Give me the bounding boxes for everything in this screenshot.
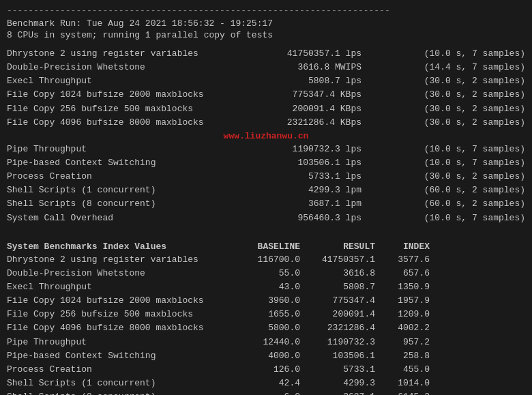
index-row-baseline: 12440.0 <box>225 336 300 349</box>
index-row-index: 455.0 <box>375 363 430 377</box>
index-row-baseline: 6.0 <box>225 390 300 395</box>
index-row-index: 1957.9 <box>375 294 430 308</box>
benchmark-row: Process Creation5733.1 lps (30.0 s, 2 sa… <box>7 170 525 184</box>
benchmark-row: System Call Overhead956460.3 lps (10.0 s… <box>7 211 525 225</box>
bench-label: Shell Scripts (1 concurrent) <box>7 184 225 197</box>
index-row-result: 200091.4 <box>300 308 375 321</box>
bench-meta: (30.0 s, 2 samples) <box>389 74 525 88</box>
benchmark-row: Dhrystone 2 using register variables4175… <box>7 47 525 61</box>
index-row-index: 1209.0 <box>375 308 430 321</box>
bench-meta: (60.0 s, 2 samples) <box>389 197 525 211</box>
bench-value: 5808.7 lps <box>252 74 361 88</box>
bench-label: Execl Throughput <box>7 74 225 88</box>
bench-label: Double-Precision Whetstone <box>7 61 225 74</box>
benchmark-section: Dhrystone 2 using register variables4175… <box>7 47 525 225</box>
index-row-label: Process Creation <box>7 363 225 377</box>
index-row-result: 41750357.1 <box>300 253 375 267</box>
index-row-result: 3616.8 <box>300 267 375 280</box>
bench-meta: (10.0 s, 7 samples) <box>389 143 525 156</box>
index-row-baseline: 4000.0 <box>225 349 300 363</box>
bench-value: 1190732.3 lps <box>252 143 361 156</box>
index-col-label: System Benchmarks Index Values <box>7 242 225 252</box>
benchmark-row: Pipe Throughput1190732.3 lps (10.0 s, 7 … <box>7 143 525 156</box>
index-row-result: 1190732.3 <box>300 336 375 349</box>
index-row-baseline: 116700.0 <box>225 253 300 267</box>
index-row-label: Shell Scripts (8 concurrent) <box>7 390 225 395</box>
bench-meta: (60.0 s, 2 samples) <box>389 184 525 197</box>
bench-value: 3687.1 lpm <box>252 197 361 211</box>
bench-label: Pipe Throughput <box>7 143 225 156</box>
index-row-index: 1350.9 <box>375 280 430 294</box>
bench-value: 41750357.1 lps <box>252 47 361 61</box>
bench-label: File Copy 4096 bufsize 8000 maxblocks <box>7 116 225 130</box>
index-row-label: File Copy 4096 bufsize 8000 maxblocks <box>7 321 225 335</box>
benchmark-row: Pipe-based Context Switching103506.1 lps… <box>7 156 525 170</box>
index-row: Process Creation 126.0 5733.1 455.0 <box>7 363 525 377</box>
index-row-baseline: 3960.0 <box>225 294 300 308</box>
index-row-index: 258.8 <box>375 349 430 363</box>
bench-value: 200091.4 KBps <box>252 102 361 116</box>
header-line1: Benchmark Run: Tue Aug 24 2021 18:56:32 … <box>7 18 525 29</box>
bench-label: File Copy 256 bufsize 500 maxblocks <box>7 102 225 116</box>
index-row-baseline: 1655.0 <box>225 308 300 321</box>
index-col-result: RESULT <box>300 242 375 252</box>
index-col-baseline: BASELINE <box>225 242 300 252</box>
watermark-1: www.liuzhanwu.cn <box>224 131 309 141</box>
separator-top: ----------------------------------------… <box>7 5 525 16</box>
index-row-baseline: 42.4 <box>225 377 300 390</box>
index-row-result: 4299.3 <box>300 377 375 390</box>
bench-label: Dhrystone 2 using register variables <box>7 47 225 61</box>
index-row-index: 1014.0 <box>375 377 430 390</box>
index-row-label: Dhrystone 2 using register variables <box>7 253 225 267</box>
index-row-label: Pipe-based Context Switching <box>7 349 225 363</box>
index-row: Pipe Throughput 12440.0 1190732.3 957.2 <box>7 336 525 349</box>
index-row-index: 3577.6 <box>375 253 430 267</box>
index-row-result: 775347.4 <box>300 294 375 308</box>
bench-label: System Call Overhead <box>7 211 225 225</box>
bench-value: 956460.3 lps <box>252 211 361 225</box>
bench-value: 2321286.4 KBps <box>252 116 361 130</box>
index-row: Execl Throughput 43.0 5808.7 1350.9 <box>7 280 525 294</box>
benchmark-row: File Copy 4096 bufsize 8000 maxblocks232… <box>7 116 525 130</box>
index-row: File Copy 4096 bufsize 8000 maxblocks 58… <box>7 321 525 335</box>
bench-meta: (14.4 s, 7 samples) <box>389 61 525 74</box>
index-row-result: 5733.1 <box>300 363 375 377</box>
benchmark-row: File Copy 1024 bufsize 2000 maxblocks775… <box>7 88 525 102</box>
benchmark-row: Double-Precision Whetstone3616.8 MWIPS(1… <box>7 61 525 74</box>
index-header: System Benchmarks Index Values BASELINE … <box>7 242 525 252</box>
index-row: Shell Scripts (1 concurrent) 42.4 4299.3… <box>7 377 525 390</box>
benchmark-row: Shell Scripts (8 concurrent)3687.1 lpm (… <box>7 197 525 211</box>
index-row-label: File Copy 1024 bufsize 2000 maxblocks <box>7 294 225 308</box>
index-row: Pipe-based Context Switching 4000.0 1035… <box>7 349 525 363</box>
index-row-baseline: 126.0 <box>225 363 300 377</box>
index-row-baseline: 43.0 <box>225 280 300 294</box>
index-row-label: File Copy 256 bufsize 500 maxblocks <box>7 308 225 321</box>
index-row: Shell Scripts (8 concurrent) 6.0 3687.1 … <box>7 390 525 395</box>
index-row-label: Execl Throughput <box>7 280 225 294</box>
index-row: File Copy 1024 bufsize 2000 maxblocks 39… <box>7 294 525 308</box>
benchmark-row: File Copy 256 bufsize 500 maxblocks20009… <box>7 102 525 116</box>
index-row-result: 5808.7 <box>300 280 375 294</box>
bench-meta: (30.0 s, 2 samples) <box>389 170 525 184</box>
benchmark-row: Execl Throughput5808.7 lps (30.0 s, 2 sa… <box>7 74 525 88</box>
index-row: Dhrystone 2 using register variables 116… <box>7 253 525 267</box>
index-row-result: 3687.1 <box>300 390 375 395</box>
bench-meta: (10.0 s, 7 samples) <box>389 211 525 225</box>
index-row-baseline: 5800.0 <box>225 321 300 335</box>
index-row-index: 4002.2 <box>375 321 430 335</box>
bench-label: Shell Scripts (8 concurrent) <box>7 197 225 211</box>
index-row: Double-Precision Whetstone 55.0 3616.8 6… <box>7 267 525 280</box>
bench-value: 3616.8 MWIPS <box>252 61 361 74</box>
bench-label: Pipe-based Context Switching <box>7 156 225 170</box>
index-row-label: Pipe Throughput <box>7 336 225 349</box>
bench-value: 4299.3 lpm <box>252 184 361 197</box>
index-row-label: Shell Scripts (1 concurrent) <box>7 377 225 390</box>
index-row-index: 657.6 <box>375 267 430 280</box>
index-row-result: 103506.1 <box>300 349 375 363</box>
index-col-index: INDEX <box>375 242 430 252</box>
bench-meta: (30.0 s, 2 samples) <box>389 116 525 130</box>
index-row-index: 957.2 <box>375 336 430 349</box>
benchmark-row: Shell Scripts (1 concurrent)4299.3 lpm (… <box>7 184 525 197</box>
index-section: Dhrystone 2 using register variables 116… <box>7 253 525 395</box>
bench-meta: (10.0 s, 7 samples) <box>389 47 525 61</box>
